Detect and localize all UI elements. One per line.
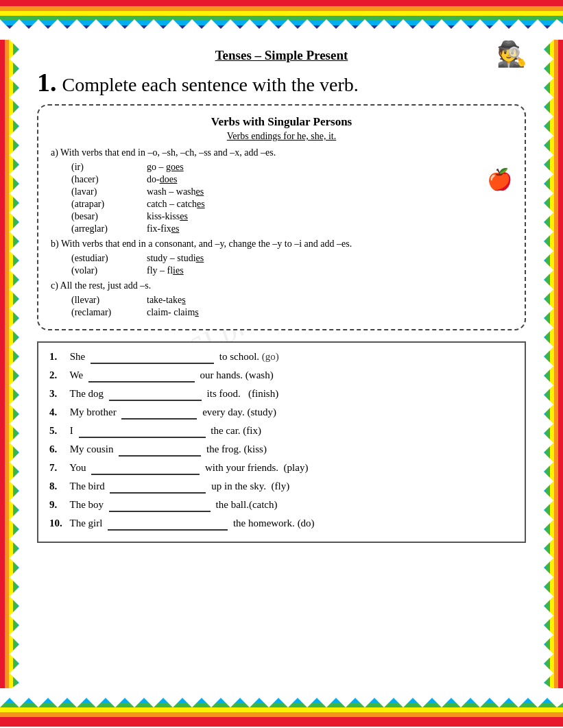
blank-3[interactable] bbox=[109, 388, 202, 401]
apple-icon: 🍎 bbox=[487, 167, 512, 191]
exercise-item-5: 5. I the car. (fix) bbox=[49, 425, 514, 438]
exercise-item-3: 3. The dog its food. (finish) bbox=[49, 388, 514, 401]
blank-5[interactable] bbox=[79, 425, 206, 438]
svg-rect-8 bbox=[0, 40, 5, 690]
character-icon: 🕵️ bbox=[496, 40, 527, 69]
blank-6[interactable] bbox=[119, 444, 201, 457]
exercise-item-9: 9. The boy the ball. (catch) bbox=[49, 499, 514, 512]
svg-rect-1 bbox=[0, 6, 563, 11]
verb-row: (llevar) take-takes bbox=[71, 295, 512, 306]
verb-row: (estudiar) study – studies bbox=[71, 253, 512, 264]
blank-4[interactable] bbox=[121, 407, 197, 420]
verb-list-c: (llevar) take-takes (reclamar) claim- cl… bbox=[51, 295, 512, 318]
svg-rect-29 bbox=[0, 712, 563, 717]
blank-10[interactable] bbox=[108, 518, 228, 531]
section-heading-row: 1. Complete each sentence with the verb. bbox=[37, 67, 526, 97]
rule-b-text: b) With verbs that end in a consonant, a… bbox=[51, 239, 512, 250]
blank-7[interactable] bbox=[91, 462, 200, 475]
blank-9[interactable] bbox=[109, 499, 211, 512]
svg-rect-16 bbox=[558, 40, 563, 690]
grammar-box-subtitle: Verbs endings for he, she, it. bbox=[51, 131, 512, 142]
exercise-item-2: 2. We our hands. (wash) bbox=[49, 369, 514, 383]
exercise-item-8: 8. The bird up in the sky. (fly) bbox=[49, 481, 514, 494]
exercise-item-6: 6. My cousin the frog. (kiss) bbox=[49, 444, 514, 457]
exercise-item-10: 10. The girl the homework. (do) bbox=[49, 518, 514, 531]
blank-2[interactable] bbox=[88, 369, 195, 383]
svg-rect-0 bbox=[0, 0, 563, 6]
verb-list-a: (ir) go – goes (hacer) do-does (lavar) w… bbox=[51, 162, 512, 234]
grammar-box-title: Verbs with Singular Persons bbox=[51, 115, 512, 129]
section-number: 1. bbox=[37, 67, 57, 97]
svg-rect-9 bbox=[5, 40, 9, 690]
verb-row: (ir) go – goes bbox=[71, 162, 512, 173]
verb-row: (reclamar) claim- claims bbox=[71, 307, 512, 318]
svg-rect-17 bbox=[554, 40, 558, 690]
verb-row: (arreglar) fix-fixes bbox=[71, 223, 512, 234]
blank-8[interactable] bbox=[110, 481, 206, 494]
svg-rect-28 bbox=[0, 707, 563, 712]
verb-row: (lavar) wash – washes bbox=[71, 186, 512, 197]
svg-rect-3 bbox=[0, 16, 563, 21]
exercises-box: 1. She to school. (go) 2. We our hands. … bbox=[37, 341, 526, 543]
blank-1[interactable] bbox=[91, 351, 214, 364]
rule-a-text: a) With verbs that end in –o, –sh, –ch, … bbox=[51, 147, 512, 158]
exercise-item-1: 1. She to school. (go) bbox=[49, 351, 514, 364]
grammar-box: Verbs with Singular Persons Verbs ending… bbox=[37, 104, 526, 330]
svg-rect-30 bbox=[0, 717, 563, 727]
verb-row-catch: (atrapar) catch – catches bbox=[71, 199, 512, 210]
verb-row: (hacer) do-does bbox=[71, 174, 512, 185]
verb-row: (volar) fly – flies bbox=[71, 265, 512, 276]
page-title: Tenses – Simple Present bbox=[37, 48, 526, 63]
section-heading-text: Complete each sentence with the verb. bbox=[62, 74, 359, 96]
verb-list-b: (estudiar) study – studies (volar) fly –… bbox=[51, 253, 512, 276]
verb-row: (besar) kiss-kisses bbox=[71, 211, 512, 222]
exercise-item-4: 4. My brother every day. (study) bbox=[49, 407, 514, 420]
rule-c-text: c) All the rest, just add –s. bbox=[51, 280, 512, 291]
svg-rect-2 bbox=[0, 11, 563, 16]
exercise-item-7: 7. You with your friends. (play) bbox=[49, 462, 514, 475]
